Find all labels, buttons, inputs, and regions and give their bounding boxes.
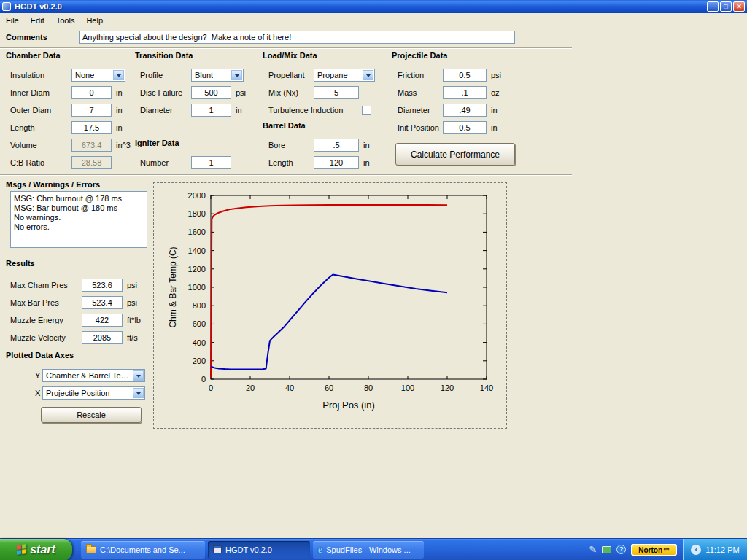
mass-input[interactable]	[443, 86, 487, 99]
svg-text:800: 800	[193, 301, 206, 310]
chamber-length-unit: in	[116, 123, 123, 132]
init-position-input[interactable]	[443, 121, 487, 134]
separator	[0, 47, 572, 49]
svg-text:20: 20	[246, 384, 255, 392]
mass-label: Mass	[398, 88, 443, 97]
clock-area[interactable]: ‹ 11:12 PM	[683, 539, 747, 560]
loadmix-data-section: Load/Mix Data Propellant Propane Mix (Nx…	[263, 51, 391, 60]
tray-pencil-icon[interactable]: ✎	[589, 544, 597, 555]
friction-input[interactable]	[443, 69, 487, 82]
application-window: HGDT v0.2.0 _ □ ✕ File Edit Tools Help C…	[0, 0, 747, 560]
window-title: HGDT v0.2.0	[15, 2, 705, 11]
cb-ratio-label: C:B Ratio	[10, 158, 71, 167]
mix-input[interactable]	[314, 86, 359, 99]
max-bar-pres-output	[82, 296, 123, 309]
insulation-select[interactable]: None	[71, 69, 125, 82]
propellant-label: Propellant	[268, 71, 314, 79]
hide-icons-chevron-icon[interactable]: ‹	[691, 545, 701, 555]
svg-text:Proj Pos (in): Proj Pos (in)	[322, 400, 375, 411]
svg-text:0: 0	[209, 384, 213, 392]
muzzle-energy-unit: ft*lb	[127, 316, 141, 324]
taskbar-item-browser[interactable]: e SpudFiles - Windows ...	[313, 541, 424, 559]
igniter-data-title: Igniter Data	[135, 139, 179, 147]
menu-edit[interactable]: Edit	[25, 14, 50, 27]
msg-line: No warnings.	[14, 213, 144, 222]
norton-tray-badge[interactable]: Norton™	[631, 544, 677, 556]
taskbar-item-label: SpudFiles - Windows ...	[326, 545, 411, 554]
title-bar: HGDT v0.2.0 _ □ ✕	[0, 0, 747, 13]
insulation-value: None	[75, 71, 94, 79]
disc-failure-input[interactable]	[191, 86, 231, 99]
messages-listbox[interactable]: MSG: Chm burnout @ 178 ms MSG: Bar burno…	[10, 191, 147, 248]
chamber-length-input[interactable]	[71, 121, 112, 134]
calculate-performance-button[interactable]: Calculate Performance	[395, 143, 515, 166]
projectile-diameter-label: Diameter	[398, 106, 443, 114]
section-title: Chamber Data	[6, 51, 136, 60]
muzzle-energy-output	[82, 314, 123, 327]
muzzle-velocity-label: Muzzle Velocity	[10, 333, 82, 342]
tray-help-icon[interactable]: ?	[616, 545, 626, 554]
close-button[interactable]: ✕	[733, 1, 745, 12]
x-axis-select[interactable]: Projectile Position	[42, 386, 145, 400]
menu-help[interactable]: Help	[80, 14, 109, 27]
igniter-number-input[interactable]	[191, 156, 231, 169]
svg-text:1800: 1800	[188, 209, 206, 218]
results-section: Results Max Cham Pres psi Max Bar Pres p…	[6, 259, 35, 268]
y-axis-select[interactable]: Chamber & Barrel Temp	[42, 369, 145, 382]
volume-unit: in^3	[116, 141, 131, 149]
svg-text:0: 0	[201, 375, 206, 384]
start-label: start	[30, 543, 55, 556]
propellant-select[interactable]: Propane	[314, 69, 375, 82]
barrel-data-title: Barrel Data	[263, 121, 306, 130]
results-title: Results	[6, 259, 35, 268]
plotted-axes-section: Plotted Data Axes Y Chamber & Barrel Tem…	[6, 351, 74, 359]
taskbar-item-explorer[interactable]: C:\Documents and Se...	[81, 541, 205, 559]
rescale-button[interactable]: Rescale	[41, 407, 142, 423]
menu-tools[interactable]: Tools	[50, 14, 81, 27]
profile-select[interactable]: Blunt	[191, 69, 244, 82]
chevron-down-icon	[133, 370, 144, 381]
maximize-button[interactable]: □	[720, 1, 732, 12]
svg-text:600: 600	[193, 319, 206, 328]
projectile-diameter-input[interactable]	[443, 104, 487, 117]
muzzle-velocity-output	[82, 331, 123, 344]
chevron-down-icon	[231, 70, 242, 80]
inner-diam-input[interactable]	[71, 86, 112, 99]
turbulence-label: Turbulence Induction	[268, 106, 343, 114]
chevron-down-icon	[113, 70, 124, 80]
svg-text:1400: 1400	[188, 246, 206, 255]
svg-text:1600: 1600	[188, 228, 206, 236]
profile-label: Profile	[140, 71, 191, 79]
minimize-button[interactable]: _	[707, 1, 719, 12]
barrel-length-input[interactable]	[314, 156, 359, 169]
svg-text:1200: 1200	[188, 265, 206, 273]
plotted-title: Plotted Data Axes	[6, 351, 74, 359]
start-button[interactable]: start	[0, 539, 72, 560]
turbulence-checkbox[interactable]	[362, 106, 371, 115]
taskbar-item-hgdt[interactable]: HGDT v0.2.0	[208, 541, 310, 559]
insulation-label: Insulation	[10, 71, 71, 79]
comments-input[interactable]	[79, 31, 515, 44]
outer-diam-input[interactable]	[71, 104, 112, 117]
projectile-data-section: Projectile Data Friction psi Mass oz Dia…	[392, 51, 520, 60]
tray-display-icon[interactable]	[602, 546, 611, 553]
outer-diam-label: Outer Diam	[10, 106, 71, 114]
clock-text: 11:12 PM	[705, 545, 739, 554]
bore-input[interactable]	[314, 139, 359, 152]
menu-bar: File Edit Tools Help	[0, 13, 747, 28]
svg-text:60: 60	[325, 384, 333, 392]
bore-label: Bore	[268, 141, 314, 149]
max-cham-pres-label: Max Cham Pres	[10, 281, 82, 289]
menu-file[interactable]: File	[0, 14, 25, 27]
svg-text:100: 100	[401, 384, 414, 392]
cb-ratio-output	[71, 156, 112, 169]
svg-text:80: 80	[364, 384, 373, 392]
taskbar: start C:\Documents and Se... HGDT v0.2.0…	[0, 538, 747, 560]
max-bar-pres-label: Max Bar Pres	[10, 298, 82, 307]
chart-panel: 0200400600800100012001400160018002000020…	[153, 182, 507, 429]
muzzle-velocity-unit: ft/s	[127, 333, 138, 342]
app-icon	[2, 2, 11, 11]
barrel-length-label: Length	[268, 158, 314, 167]
transition-diameter-input[interactable]	[191, 104, 231, 117]
svg-text:40: 40	[285, 384, 294, 392]
